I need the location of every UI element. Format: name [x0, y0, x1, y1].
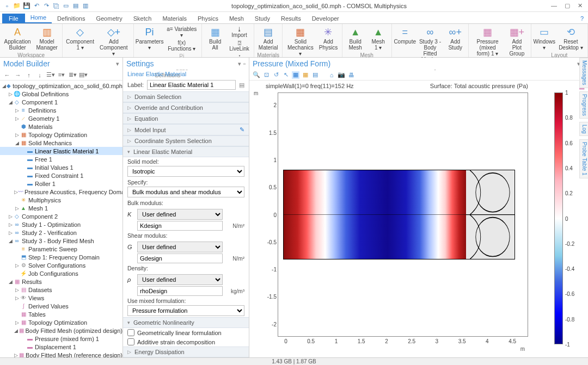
- section-model-input[interactable]: ▷Model Input✎: [123, 124, 249, 135]
- add-physics-button[interactable]: ✳Add Physics: [317, 25, 339, 52]
- section-energy-dissipation[interactable]: ▷Energy Dissipation: [123, 347, 249, 357]
- k-input[interactable]: [137, 221, 223, 231]
- tree-node[interactable]: ◢◇Component 1: [0, 98, 122, 106]
- section-geo-nl[interactable]: ▾Geometric Nonlinearity: [123, 317, 249, 328]
- tab-study[interactable]: Study: [249, 14, 275, 23]
- tree-icon[interactable]: ≣▾: [69, 71, 76, 79]
- expand-icon[interactable]: ≡▾: [58, 71, 65, 79]
- parameters-button[interactable]: PiParameters ▾: [136, 25, 163, 52]
- minimize-icon[interactable]: —: [551, 2, 557, 9]
- rho-select[interactable]: User defined: [137, 274, 223, 285]
- right-tab-progress[interactable]: Progress: [579, 91, 588, 119]
- down-icon[interactable]: ↓: [36, 71, 44, 79]
- build-all-button[interactable]: ▦Build All: [204, 25, 226, 52]
- mesh1-button[interactable]: ▲Mesh 1 ▾: [367, 25, 389, 52]
- settings-pin-icon[interactable]: ▾: [238, 60, 241, 67]
- gt-zoom-icon[interactable]: 🔍: [253, 71, 260, 79]
- tree-node[interactable]: ▷⚙Solver Configurations: [0, 261, 122, 269]
- tree-node[interactable]: ▷◇Component 2: [0, 212, 122, 220]
- tab-developer[interactable]: Developer: [307, 14, 345, 23]
- right-tab-probe-table-1[interactable]: Probe Table 1: [579, 139, 588, 178]
- tab-mesh[interactable]: Mesh: [224, 14, 249, 23]
- tree-node[interactable]: ▬Initial Values 1: [0, 163, 122, 171]
- tree-node[interactable]: ▷▦Topology Optimization: [0, 131, 122, 139]
- tree-node[interactable]: ⬢Materials: [0, 122, 122, 131]
- gt-print-icon[interactable]: 🖶: [347, 71, 355, 79]
- model-manager-button[interactable]: ▥Model Manager: [34, 25, 60, 52]
- help-icon[interactable]: ?: [576, 14, 588, 23]
- gt-select-icon[interactable]: ↖: [282, 71, 290, 79]
- mixed-select[interactable]: Pressure formulation: [127, 305, 244, 316]
- compute-button[interactable]: =Compute: [394, 25, 416, 46]
- chk-geo-linear[interactable]: [127, 329, 134, 336]
- tree-node[interactable]: ⚡Job Configurations: [0, 269, 122, 277]
- tree-node[interactable]: ▷∞Study 1 - Optimization: [0, 220, 122, 228]
- qat-open-icon[interactable]: 📁: [13, 2, 21, 10]
- right-tab-messages[interactable]: Messages: [579, 58, 588, 88]
- label-input[interactable]: [147, 80, 236, 90]
- gt-reset-icon[interactable]: ↺: [272, 71, 280, 79]
- gt-home-icon[interactable]: ⌂: [328, 71, 335, 79]
- rho-input[interactable]: [137, 286, 223, 296]
- component-button[interactable]: ◇Component 1 ▾: [65, 25, 95, 52]
- section-domain-selection[interactable]: ▷Domain Selection: [123, 91, 249, 102]
- tree-node[interactable]: ▷▲Mesh 1: [0, 204, 122, 212]
- label-edit-icon[interactable]: ▤: [239, 82, 244, 89]
- tab-materials[interactable]: Materials: [157, 14, 192, 23]
- pressure-button[interactable]: ▦Pressure (mixed form) 1 ▾: [471, 25, 504, 58]
- k-select[interactable]: User defined: [137, 209, 223, 220]
- reset-button[interactable]: ⟲Reset Desktop ▾: [556, 25, 585, 52]
- settings-close-icon[interactable]: ▫: [243, 60, 246, 67]
- tree-node[interactable]: ◢▦Results: [0, 277, 122, 286]
- gt-zoombox-icon[interactable]: ⊡: [262, 71, 270, 79]
- qat-cut-icon[interactable]: ▤: [72, 2, 79, 10]
- file-tab[interactable]: File: [2, 14, 25, 23]
- tab-geometry[interactable]: Geometry: [90, 14, 127, 23]
- tree-node[interactable]: ◢∞Study 3 - Body Fitted Mesh: [0, 237, 122, 245]
- tree-root[interactable]: ◢◆ topology_optimization_aco_solid_60.mp…: [0, 82, 122, 90]
- tree-node[interactable]: ▬Free 1: [0, 155, 122, 163]
- tree-node[interactable]: ▬Displacement 1: [0, 343, 122, 351]
- tab-physics[interactable]: Physics: [192, 14, 224, 23]
- tree-node[interactable]: ▦Tables: [0, 310, 122, 318]
- section-lem[interactable]: ▾Linear Elastic Material: [123, 146, 249, 157]
- tree-node[interactable]: ▷⟋Geometry 1: [0, 114, 122, 122]
- solid-model-select[interactable]: Isotropic: [127, 166, 244, 177]
- chk-additive[interactable]: [127, 338, 134, 345]
- panel-minimize-icon[interactable]: ▾: [116, 60, 119, 67]
- section-coordinate-system-selection[interactable]: ▷Coordinate System Selection: [123, 135, 249, 146]
- tree-node[interactable]: ▷▦Body Fitted Mesh (reference design): [0, 351, 122, 357]
- import-button[interactable]: ⭳ Import: [227, 25, 252, 39]
- tree-node[interactable]: ≡Parametric Sweep: [0, 245, 122, 253]
- add-study-button[interactable]: ∞+Add Study: [444, 25, 466, 52]
- functions-button[interactable]: f(x) Functions ▾: [164, 39, 199, 52]
- tab-definitions[interactable]: Definitions: [52, 14, 90, 23]
- filter-icon[interactable]: ▤▾: [79, 71, 87, 79]
- qat-paste-icon[interactable]: ▭: [62, 2, 70, 10]
- app-builder-button[interactable]: AApplication Builder: [2, 25, 33, 52]
- tab-sketch[interactable]: Sketch: [128, 14, 157, 23]
- tree-node[interactable]: ▬Linear Elastic Material 1: [0, 147, 122, 155]
- add-material-button[interactable]: ▤Add Material: [256, 25, 280, 52]
- livelink-button[interactable]: ⍰ LiveLink ▾: [227, 39, 252, 58]
- tree-node[interactable]: ▷▦Topology Optimization: [0, 318, 122, 326]
- tree-node[interactable]: ▷∞Study 2 - Verification: [0, 228, 122, 237]
- g-select[interactable]: User defined: [137, 242, 223, 252]
- qat-redo-icon[interactable]: ↷: [42, 2, 50, 10]
- gt-view-icon[interactable]: ▦: [302, 71, 309, 79]
- tree-node[interactable]: ∫Derived Values: [0, 302, 122, 310]
- right-tab-log[interactable]: Log: [579, 122, 588, 137]
- forward-icon[interactable]: →: [14, 71, 22, 79]
- graphics-body[interactable]: simpleWall(1)=0 freq(11)=152 Hz Surface:…: [249, 81, 588, 357]
- qat-file-icon[interactable]: ▫: [3, 2, 11, 10]
- qat-undo-icon[interactable]: ↶: [33, 2, 40, 10]
- tree-node[interactable]: ▷▤Datasets: [0, 286, 122, 294]
- tree-node[interactable]: ▬Roller 1: [0, 180, 122, 188]
- tree-node[interactable]: ▷≡Definitions: [0, 106, 122, 114]
- windows-button[interactable]: ▭Windows ▾: [534, 25, 555, 52]
- tree-node[interactable]: ▬Fixed Constraint 1: [0, 171, 122, 180]
- qat-copy-icon[interactable]: ⿻: [52, 2, 60, 10]
- tree-node[interactable]: ▷👁Views: [0, 294, 122, 302]
- gt-box-icon[interactable]: ▦: [292, 71, 299, 79]
- gt-cam-icon[interactable]: 📷: [338, 71, 345, 79]
